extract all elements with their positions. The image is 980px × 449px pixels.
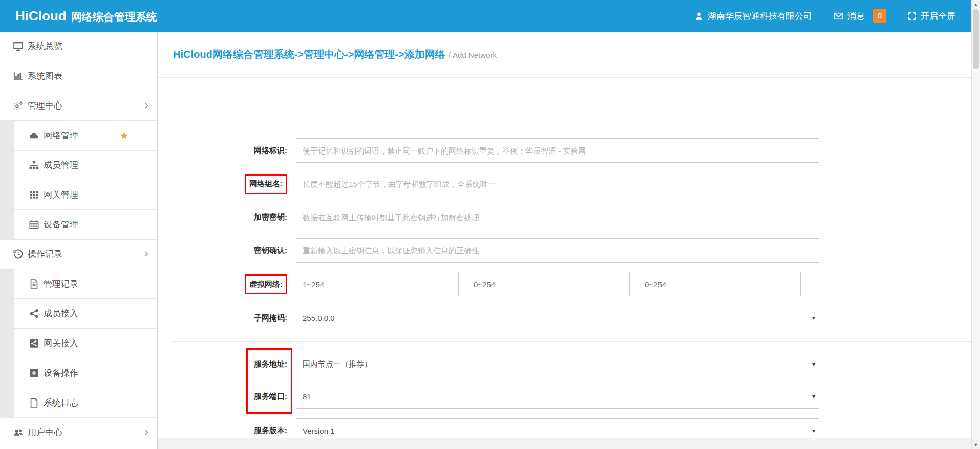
sidebar-item-admin-records[interactable]: 管理记录 (0, 269, 157, 299)
fullscreen-icon (908, 12, 917, 20)
service-version-label: 服务版本: (173, 426, 287, 436)
main-content: HiCloud网络综合管理系统->管理中心->网络管理->添加网络/ Add N… (158, 32, 971, 449)
sidebar-item-label: 系统日志 (44, 397, 78, 409)
key-confirm-input[interactable] (296, 238, 819, 263)
share-square-icon (29, 338, 39, 348)
sidebar-nav: 系统总览 系统图表 管理中心 网络管理 ★ 成员管理 网关管理 设备管理 (0, 32, 158, 449)
group-name-label: 网络组名: (173, 174, 287, 194)
virtual-network-label: 虚拟网络: (173, 274, 287, 294)
encryption-key-label: 加密密钥: (173, 212, 287, 222)
virtual-network-octet3-input[interactable] (638, 272, 801, 296)
chevron-right-icon (144, 103, 150, 109)
virtual-network-octet2-input[interactable] (467, 272, 630, 296)
service-address-value: 国内节点一（推荐） (303, 359, 372, 369)
sidebar-item-member-access[interactable]: 成员接入 (0, 299, 157, 329)
grid-icon (29, 190, 39, 200)
group-name-input[interactable] (296, 172, 819, 196)
share-icon (29, 309, 39, 318)
sidebar-item-system-logs[interactable]: 系统日志 (0, 388, 157, 418)
sidebar-item-gateway-management[interactable]: 网关管理 (0, 180, 157, 210)
file-icon (29, 398, 39, 408)
top-header-bar: HiCloud 网络综合管理系统 湖南华辰智通科技有限公司 消息 0 开启全屏 (0, 0, 980, 32)
breadcrumb-suffix: / Add Network (449, 51, 497, 59)
subnet-mask-select[interactable]: 255.0.0.0 ▾ (296, 306, 819, 330)
network-id-label: 网络标识: (173, 146, 287, 156)
users-icon (13, 427, 23, 437)
network-id-input[interactable] (296, 138, 819, 163)
breadcrumb-bar: HiCloud网络综合管理系统->管理中心->网络管理->添加网络/ Add N… (158, 32, 971, 78)
sidebar-item-system-overview[interactable]: 系统总览 (0, 32, 157, 61)
caret-down-icon: ▾ (812, 360, 815, 368)
sidebar-item-label: 操作记录 (28, 248, 62, 260)
scrollbar-thumb[interactable] (973, 9, 979, 69)
chevron-right-icon (144, 430, 150, 435)
favorite-star-icon[interactable]: ★ (119, 130, 129, 141)
breadcrumb: HiCloud网络综合管理系统->管理中心->网络管理->添加网络/ Add N… (173, 48, 497, 61)
monitor-icon (13, 41, 23, 51)
encryption-key-input[interactable] (296, 205, 819, 229)
scrollbar-up-button[interactable]: ▲ (972, 0, 980, 9)
virtual-network-octet1-input[interactable] (296, 272, 459, 296)
service-port-select[interactable]: 81 ▾ (296, 384, 819, 409)
sidebar-item-label: 系统总览 (28, 40, 62, 52)
envelope-icon (834, 12, 843, 20)
file-text-icon (29, 279, 39, 289)
sidebar-item-label: 网络管理 (44, 130, 78, 141)
service-port-label: 服务端口: (173, 392, 287, 401)
fullscreen-label: 开启全屏 (921, 10, 955, 22)
sidebar-item-member-management[interactable]: 成员管理 (0, 151, 157, 180)
breadcrumb-path[interactable]: HiCloud网络综合管理系统->管理中心->网络管理->添加网络 (173, 49, 445, 60)
fullscreen-button[interactable]: 开启全屏 (908, 10, 955, 22)
company-name: 湖南华辰智通科技有限公司 (708, 10, 812, 22)
messages-label: 消息 (847, 10, 865, 22)
service-address-select[interactable]: 国内节点一（推荐） ▾ (296, 352, 819, 376)
history-icon (13, 249, 23, 259)
sidebar-item-label: 系统图表 (28, 70, 62, 82)
caret-down-icon: ▾ (812, 314, 815, 322)
bar-chart-icon (13, 71, 23, 81)
brand-name: HiCloud (15, 8, 67, 24)
account-menu[interactable]: 湖南华辰智通科技有限公司 (695, 10, 812, 22)
user-icon (695, 12, 704, 20)
sidebar-item-label: 用户中心 (28, 426, 62, 438)
sidebar-item-label: 成员接入 (44, 308, 78, 319)
sidebar-item-label: 设备操作 (44, 367, 78, 379)
plus-square-icon (29, 368, 39, 378)
sidebar-item-label: 成员管理 (44, 159, 78, 171)
sitemap-icon (29, 160, 39, 170)
scrollbar-down-button[interactable]: ▼ (972, 440, 980, 449)
caret-down-icon: ▾ (812, 427, 815, 434)
sidebar-item-label: 网关接入 (44, 337, 78, 349)
calendar-icon (29, 220, 39, 229)
sidebar-item-label: 设备管理 (44, 219, 78, 230)
chevron-right-icon (144, 251, 150, 257)
virtual-network-highlight-box: 虚拟网络: (245, 274, 287, 294)
sidebar-item-network-management[interactable]: 网络管理 ★ (0, 121, 157, 151)
vertical-scrollbar: ▲ ▼ (971, 0, 980, 449)
sidebar-item-label: 管理记录 (44, 278, 78, 290)
page-footer (158, 438, 971, 449)
caret-down-icon: ▾ (812, 393, 815, 400)
messages-button[interactable]: 消息 0 (834, 9, 886, 23)
service-port-value: 81 (303, 392, 311, 401)
subnet-mask-label: 子网掩码: (173, 313, 287, 323)
service-address-label: 服务地址: (173, 359, 287, 369)
app-logo[interactable]: HiCloud 网络综合管理系统 (0, 8, 157, 24)
subnet-mask-value: 255.0.0.0 (303, 314, 335, 323)
key-confirm-label: 密钥确认: (173, 246, 287, 255)
group-name-highlight-box: 网络组名: (245, 174, 287, 194)
sidebar-item-label: 网关管理 (44, 189, 78, 201)
sidebar-item-gateway-access[interactable]: 网关接入 (0, 329, 157, 358)
cloud-icon (29, 131, 39, 140)
sidebar-item-user-center[interactable]: 用户中心 (0, 418, 157, 447)
brand-subtitle: 网络综合管理系统 (71, 10, 157, 24)
sidebar-item-device-operations[interactable]: 设备操作 (0, 358, 157, 388)
sidebar-item-system-charts[interactable]: 系统图表 (0, 61, 157, 91)
sidebar-item-admin-center[interactable]: 管理中心 (0, 91, 157, 121)
gears-icon (13, 101, 23, 111)
messages-count-badge: 0 (873, 9, 886, 23)
service-version-value: Version 1 (303, 426, 335, 435)
sidebar-item-operation-log[interactable]: 操作记录 (0, 240, 157, 269)
add-network-form: 网络标识: 网络组名: 加密密钥: 密钥确认: 虚拟网络: (158, 78, 971, 438)
sidebar-item-device-management[interactable]: 设备管理 (0, 210, 157, 240)
